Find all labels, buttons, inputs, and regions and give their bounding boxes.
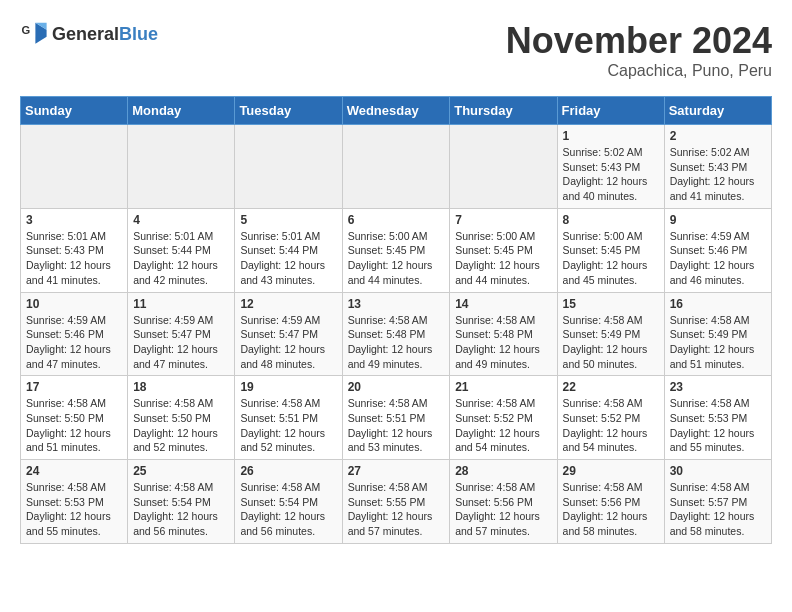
day-info: Sunrise: 4:58 AM Sunset: 5:50 PM Dayligh… [26,396,122,455]
calendar-cell: 4Sunrise: 5:01 AM Sunset: 5:44 PM Daylig… [128,208,235,292]
calendar-week-3: 10Sunrise: 4:59 AM Sunset: 5:46 PM Dayli… [21,292,772,376]
day-info: Sunrise: 5:02 AM Sunset: 5:43 PM Dayligh… [670,145,766,204]
day-info: Sunrise: 4:58 AM Sunset: 5:56 PM Dayligh… [563,480,659,539]
logo: G GeneralBlue [20,20,158,48]
calendar-table: SundayMondayTuesdayWednesdayThursdayFrid… [20,96,772,544]
calendar-cell: 1Sunrise: 5:02 AM Sunset: 5:43 PM Daylig… [557,125,664,209]
day-info: Sunrise: 4:58 AM Sunset: 5:52 PM Dayligh… [563,396,659,455]
calendar-cell: 14Sunrise: 4:58 AM Sunset: 5:48 PM Dayli… [450,292,557,376]
calendar-cell: 7Sunrise: 5:00 AM Sunset: 5:45 PM Daylig… [450,208,557,292]
calendar-cell: 5Sunrise: 5:01 AM Sunset: 5:44 PM Daylig… [235,208,342,292]
day-number: 19 [240,380,336,394]
day-number: 9 [670,213,766,227]
calendar-cell: 11Sunrise: 4:59 AM Sunset: 5:47 PM Dayli… [128,292,235,376]
day-header-saturday: Saturday [664,97,771,125]
day-info: Sunrise: 4:58 AM Sunset: 5:51 PM Dayligh… [240,396,336,455]
calendar-cell: 22Sunrise: 4:58 AM Sunset: 5:52 PM Dayli… [557,376,664,460]
day-number: 2 [670,129,766,143]
day-header-wednesday: Wednesday [342,97,450,125]
day-number: 17 [26,380,122,394]
calendar-cell: 25Sunrise: 4:58 AM Sunset: 5:54 PM Dayli… [128,460,235,544]
day-header-friday: Friday [557,97,664,125]
day-number: 24 [26,464,122,478]
day-number: 28 [455,464,551,478]
day-info: Sunrise: 5:00 AM Sunset: 5:45 PM Dayligh… [348,229,445,288]
day-number: 25 [133,464,229,478]
day-number: 29 [563,464,659,478]
page-header: G GeneralBlue November 2024 Capachica, P… [20,20,772,80]
day-number: 16 [670,297,766,311]
calendar-cell [235,125,342,209]
day-info: Sunrise: 4:59 AM Sunset: 5:47 PM Dayligh… [133,313,229,372]
calendar-cell [128,125,235,209]
calendar-cell: 9Sunrise: 4:59 AM Sunset: 5:46 PM Daylig… [664,208,771,292]
day-info: Sunrise: 4:58 AM Sunset: 5:54 PM Dayligh… [133,480,229,539]
day-info: Sunrise: 4:58 AM Sunset: 5:52 PM Dayligh… [455,396,551,455]
day-number: 4 [133,213,229,227]
calendar-cell: 2Sunrise: 5:02 AM Sunset: 5:43 PM Daylig… [664,125,771,209]
calendar-cell: 16Sunrise: 4:58 AM Sunset: 5:49 PM Dayli… [664,292,771,376]
calendar-cell: 12Sunrise: 4:59 AM Sunset: 5:47 PM Dayli… [235,292,342,376]
calendar-cell: 26Sunrise: 4:58 AM Sunset: 5:54 PM Dayli… [235,460,342,544]
day-info: Sunrise: 4:59 AM Sunset: 5:46 PM Dayligh… [26,313,122,372]
day-info: Sunrise: 5:00 AM Sunset: 5:45 PM Dayligh… [563,229,659,288]
day-number: 14 [455,297,551,311]
day-info: Sunrise: 4:58 AM Sunset: 5:57 PM Dayligh… [670,480,766,539]
day-info: Sunrise: 4:58 AM Sunset: 5:49 PM Dayligh… [563,313,659,372]
day-number: 10 [26,297,122,311]
day-number: 7 [455,213,551,227]
logo-blue: Blue [119,24,158,44]
day-header-sunday: Sunday [21,97,128,125]
calendar-cell: 19Sunrise: 4:58 AM Sunset: 5:51 PM Dayli… [235,376,342,460]
calendar-cell: 21Sunrise: 4:58 AM Sunset: 5:52 PM Dayli… [450,376,557,460]
calendar-cell [342,125,450,209]
calendar-cell [450,125,557,209]
calendar-cell: 10Sunrise: 4:59 AM Sunset: 5:46 PM Dayli… [21,292,128,376]
day-info: Sunrise: 4:58 AM Sunset: 5:53 PM Dayligh… [26,480,122,539]
calendar-cell: 20Sunrise: 4:58 AM Sunset: 5:51 PM Dayli… [342,376,450,460]
month-title: November 2024 [506,20,772,62]
day-info: Sunrise: 4:59 AM Sunset: 5:47 PM Dayligh… [240,313,336,372]
calendar-week-4: 17Sunrise: 4:58 AM Sunset: 5:50 PM Dayli… [21,376,772,460]
day-info: Sunrise: 5:01 AM Sunset: 5:44 PM Dayligh… [240,229,336,288]
day-info: Sunrise: 4:58 AM Sunset: 5:56 PM Dayligh… [455,480,551,539]
day-info: Sunrise: 4:58 AM Sunset: 5:48 PM Dayligh… [455,313,551,372]
calendar-cell: 30Sunrise: 4:58 AM Sunset: 5:57 PM Dayli… [664,460,771,544]
calendar-week-5: 24Sunrise: 4:58 AM Sunset: 5:53 PM Dayli… [21,460,772,544]
calendar-cell: 28Sunrise: 4:58 AM Sunset: 5:56 PM Dayli… [450,460,557,544]
calendar-week-1: 1Sunrise: 5:02 AM Sunset: 5:43 PM Daylig… [21,125,772,209]
calendar-cell [21,125,128,209]
day-number: 18 [133,380,229,394]
day-number: 3 [26,213,122,227]
day-number: 26 [240,464,336,478]
calendar-cell: 18Sunrise: 4:58 AM Sunset: 5:50 PM Dayli… [128,376,235,460]
day-number: 20 [348,380,445,394]
day-info: Sunrise: 5:01 AM Sunset: 5:44 PM Dayligh… [133,229,229,288]
calendar-header-row: SundayMondayTuesdayWednesdayThursdayFrid… [21,97,772,125]
day-info: Sunrise: 4:58 AM Sunset: 5:49 PM Dayligh… [670,313,766,372]
day-info: Sunrise: 5:02 AM Sunset: 5:43 PM Dayligh… [563,145,659,204]
calendar-cell: 8Sunrise: 5:00 AM Sunset: 5:45 PM Daylig… [557,208,664,292]
calendar-cell: 23Sunrise: 4:58 AM Sunset: 5:53 PM Dayli… [664,376,771,460]
day-info: Sunrise: 5:00 AM Sunset: 5:45 PM Dayligh… [455,229,551,288]
day-number: 5 [240,213,336,227]
day-number: 12 [240,297,336,311]
calendar-cell: 3Sunrise: 5:01 AM Sunset: 5:43 PM Daylig… [21,208,128,292]
day-number: 8 [563,213,659,227]
day-info: Sunrise: 4:58 AM Sunset: 5:48 PM Dayligh… [348,313,445,372]
day-number: 11 [133,297,229,311]
calendar-week-2: 3Sunrise: 5:01 AM Sunset: 5:43 PM Daylig… [21,208,772,292]
day-number: 6 [348,213,445,227]
calendar-cell: 27Sunrise: 4:58 AM Sunset: 5:55 PM Dayli… [342,460,450,544]
calendar-cell: 29Sunrise: 4:58 AM Sunset: 5:56 PM Dayli… [557,460,664,544]
day-number: 30 [670,464,766,478]
title-block: November 2024 Capachica, Puno, Peru [506,20,772,80]
day-number: 23 [670,380,766,394]
day-number: 22 [563,380,659,394]
logo-general: General [52,24,119,44]
day-info: Sunrise: 4:58 AM Sunset: 5:50 PM Dayligh… [133,396,229,455]
day-header-thursday: Thursday [450,97,557,125]
day-info: Sunrise: 4:58 AM Sunset: 5:53 PM Dayligh… [670,396,766,455]
day-number: 15 [563,297,659,311]
day-info: Sunrise: 4:59 AM Sunset: 5:46 PM Dayligh… [670,229,766,288]
